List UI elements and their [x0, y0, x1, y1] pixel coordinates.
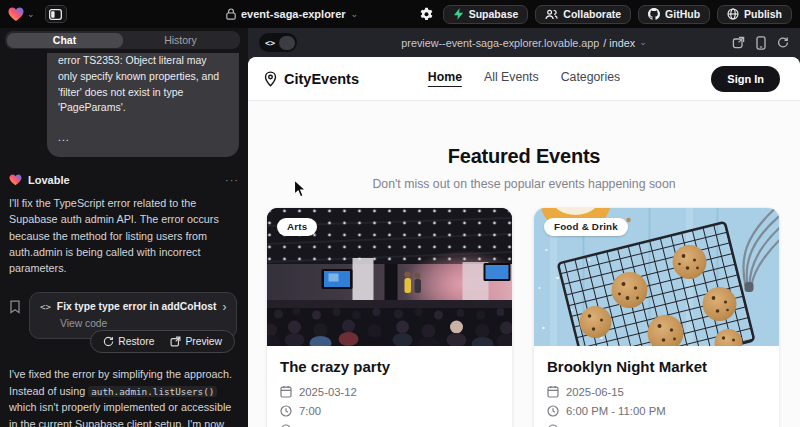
chat-messages: error TS2353: Object literal may only sp… [0, 41, 248, 427]
category-badge: Food & Drink [544, 218, 628, 236]
mobile-view-icon[interactable] [756, 36, 766, 50]
chevron-down-icon: ⌄ [639, 38, 647, 47]
panel-left-icon [49, 9, 62, 20]
user-message-ellipsis: ... [58, 130, 228, 146]
calendar-icon [280, 385, 292, 398]
featured-events-section: Featured Events Don't miss out on these … [248, 101, 800, 191]
restore-label: Restore [118, 336, 154, 347]
result-text-2: which isn't properly implemented or acce… [9, 401, 231, 427]
top-bar-actions: Supabase Collaborate GitHub [417, 5, 792, 24]
event-card[interactable]: Arts The crazy party 2025-03-12 [266, 207, 513, 427]
code-icon: <> [265, 38, 275, 48]
preview-button[interactable]: Preview [163, 334, 229, 349]
event-time: 6:00 PM - 11:00 PM [566, 405, 666, 417]
preview-toolbar: <> preview--event-saga-explorer.lovable.… [248, 28, 800, 57]
version-row: <> Fix type type error in addCoHost › Vi… [9, 292, 239, 353]
toggle-knob [279, 36, 295, 50]
publish-button[interactable]: Publish [717, 5, 792, 24]
preview-url-bar[interactable]: preview--event-saga-explorer.lovable.app… [401, 37, 646, 49]
chevron-down-icon: ⌄ [27, 10, 35, 19]
event-card-body: Brooklyn Night Market 2025-06-15 [534, 346, 779, 427]
lovable-heart-icon [9, 174, 22, 186]
site-nav-links: Home All Events Categories [428, 70, 620, 87]
assistant-result-text: I've fixed the error by simplifying the … [9, 366, 239, 427]
preview-route: / index [603, 37, 635, 49]
event-time-row: 6:00 PM - 11:00 PM [547, 405, 766, 417]
sign-in-button[interactable]: Sign In [711, 66, 780, 92]
event-time-row: 7:00 [280, 405, 499, 417]
nav-link-home[interactable]: Home [428, 70, 462, 87]
event-date-row: 2025-06-15 [547, 385, 766, 398]
assistant-header: Lovable ··· [9, 174, 239, 186]
globe-icon [727, 8, 739, 20]
github-button[interactable]: GitHub [638, 5, 710, 24]
clock-icon [280, 405, 292, 417]
bookmark-icon[interactable] [9, 300, 21, 314]
supabase-label: Supabase [469, 8, 519, 20]
calendar-icon [547, 385, 559, 398]
supabase-bolt-icon [453, 8, 464, 20]
preview-panel: <> preview--event-saga-explorer.lovable.… [248, 28, 800, 427]
open-in-new-tab-icon[interactable] [732, 36, 745, 49]
publish-label: Publish [744, 8, 782, 20]
code-icon: <> [40, 302, 51, 312]
site-brand-name: CityEvents [284, 71, 359, 87]
site-navbar: CityEvents Home All Events Categories Si… [248, 57, 800, 101]
nav-link-categories[interactable]: Categories [561, 70, 620, 87]
external-link-icon [170, 336, 181, 347]
supabase-button[interactable]: Supabase [443, 5, 529, 24]
collaborate-label: Collaborate [563, 8, 621, 20]
version-title: Fix type type error in addCoHost [57, 301, 217, 312]
project-name: event-saga-explorer [241, 8, 346, 20]
lovable-editor-window: ⌄ event-saga-explorer ⌄ [0, 0, 800, 427]
github-label: GitHub [665, 8, 700, 20]
restore-icon [103, 336, 114, 347]
event-title: Brooklyn Night Market [547, 358, 766, 375]
chevron-right-icon: › [222, 301, 226, 313]
user-message-bubble: error TS2353: Object literal may only sp… [47, 41, 239, 157]
restore-preview-pill: Restore Preview [90, 330, 235, 353]
preview-toolbar-icons [732, 36, 789, 50]
tab-history[interactable]: History [123, 33, 239, 48]
map-pin-icon [263, 71, 278, 87]
event-date: 2025-06-15 [566, 386, 624, 398]
collaborate-button[interactable]: Collaborate [535, 5, 631, 24]
top-bar: ⌄ event-saga-explorer ⌄ [0, 0, 800, 28]
assistant-name: Lovable [28, 174, 70, 186]
lovable-heart-icon [8, 7, 24, 22]
site-preview: CityEvents Home All Events Categories Si… [248, 57, 800, 427]
event-title: The crazy party [280, 358, 499, 375]
event-card[interactable]: Food & Drink Brooklyn Night Market 2025-… [533, 207, 780, 427]
code-view-toggle[interactable]: <> [259, 33, 297, 52]
assistant-intro-text: I'll fix the TypeScript error related to… [9, 195, 239, 277]
event-date-row: 2025-03-12 [280, 385, 499, 398]
toggle-sidebar-button[interactable] [45, 5, 67, 23]
site-brand[interactable]: CityEvents [263, 71, 359, 87]
section-subtitle: Don't miss out on these popular events h… [248, 177, 800, 191]
restore-button[interactable]: Restore [96, 334, 161, 349]
project-switcher[interactable]: event-saga-explorer ⌄ [226, 8, 358, 20]
chat-panel: Chat History error TS2353: Object litera… [0, 28, 248, 427]
preview-label: Preview [185, 336, 222, 347]
settings-button[interactable] [417, 5, 436, 24]
event-card-body: The crazy party 2025-03-12 [267, 346, 512, 427]
event-cards: Arts The crazy party 2025-03-12 [248, 191, 800, 427]
clock-icon [547, 405, 559, 417]
gear-icon [419, 7, 434, 22]
event-time: 7:00 [299, 405, 321, 417]
people-icon [545, 9, 558, 20]
tab-chat[interactable]: Chat [7, 33, 123, 48]
view-code-link[interactable]: View code [40, 318, 226, 329]
lovable-logo-menu[interactable]: ⌄ [8, 7, 35, 22]
event-image-cookies: Food & Drink [534, 208, 779, 346]
chevron-down-icon: ⌄ [351, 10, 359, 19]
message-menu-icon[interactable]: ··· [225, 174, 239, 186]
lock-icon [226, 8, 236, 20]
refresh-icon[interactable] [777, 36, 789, 49]
user-message-text: error TS2353: Object literal may only sp… [58, 53, 228, 116]
chat-history-tabs: Chat History [5, 31, 240, 49]
nav-link-all-events[interactable]: All Events [484, 70, 539, 87]
inline-code-1: auth.admin.listUsers() [88, 386, 217, 397]
event-image-conference: Arts [267, 208, 512, 346]
event-date: 2025-03-12 [299, 386, 357, 398]
